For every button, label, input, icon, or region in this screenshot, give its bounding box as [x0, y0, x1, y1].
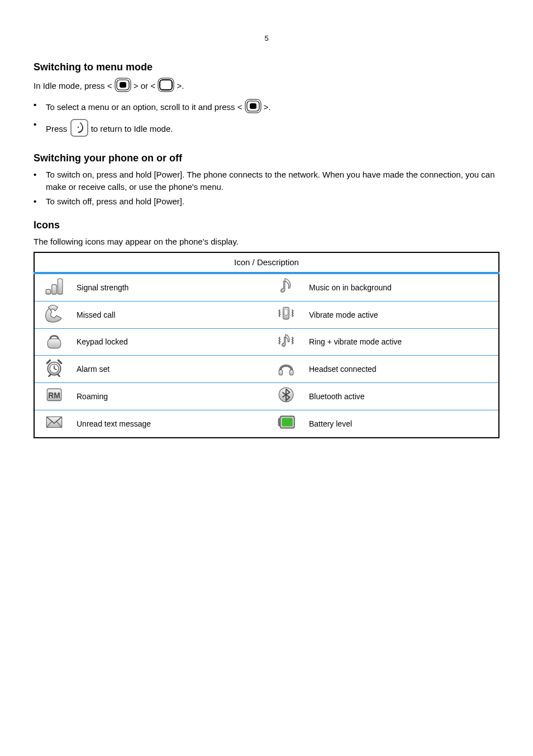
- filled-softkey-icon: [245, 99, 261, 117]
- filled-softkey-icon: [115, 78, 131, 95]
- menu-mode-bullet-2: • Press to return to Idle mode.: [34, 118, 499, 141]
- unread-text-icon: [34, 410, 73, 437]
- alarm-set-icon: [34, 356, 73, 383]
- table-row: Unread text messageBattery level: [34, 410, 499, 437]
- table-row: RoamingBluetooth active: [34, 383, 499, 410]
- icon-description: Vibrate mode active: [306, 301, 499, 328]
- battery-level-icon: [266, 410, 306, 437]
- svg-rect-4: [160, 80, 172, 90]
- heading-on-off: Switching your phone on or off: [34, 151, 499, 165]
- icon-description: Headset connected: [306, 356, 499, 383]
- menu-mode-bullet-1: • To select a menu or an option, scroll …: [34, 99, 499, 117]
- icons-table: Icon / Description Signal strengthMusic …: [34, 252, 499, 438]
- signal-strength-icon: [34, 273, 73, 301]
- svg-point-9: [77, 127, 78, 128]
- icon-description: Signal strength: [73, 273, 266, 301]
- table-row: Signal strengthMusic on in background: [34, 273, 499, 301]
- table-row: Keypad lockedRing + vibrate mode active: [34, 328, 499, 356]
- svg-rect-7: [250, 103, 256, 109]
- table-header: Icon / Description: [34, 252, 499, 273]
- music-on-icon: [266, 273, 306, 301]
- icon-description: Music on in background: [306, 273, 499, 301]
- svg-rect-8: [71, 119, 88, 136]
- svg-rect-2: [120, 82, 126, 88]
- icon-description: Roaming: [73, 383, 266, 410]
- icon-description: Missed call: [73, 301, 266, 328]
- icon-description: Ring + vibrate mode active: [306, 328, 499, 356]
- onoff-bullet-2: • To switch off, press and hold [Power].: [34, 195, 499, 208]
- icon-description: Keypad locked: [73, 328, 266, 356]
- icon-description: Battery level: [306, 410, 499, 437]
- heading-menu-mode: Switching to menu mode: [34, 60, 499, 74]
- empty-softkey-icon: [158, 78, 174, 95]
- keypad-lock-icon: [34, 328, 73, 356]
- icons-intro: The following icons may appear on the ph…: [34, 236, 499, 248]
- bluetooth-active-icon: [266, 383, 306, 410]
- icon-description: Unread text message: [73, 410, 266, 437]
- power-key-icon: [70, 118, 89, 141]
- ring-vibrate-icon: [266, 328, 306, 356]
- onoff-bullet-1: • To switch on, press and hold [Power]. …: [34, 169, 499, 193]
- heading-icons: Icons: [34, 218, 499, 232]
- table-row: Missed callVibrate mode active: [34, 301, 499, 328]
- page-number: 5: [34, 34, 499, 44]
- missed-call-icon: [34, 301, 73, 328]
- table-row: Alarm setHeadset connected: [34, 356, 499, 383]
- headset-connected-icon: [266, 356, 306, 383]
- vibrate-active-icon: [266, 301, 306, 328]
- menu-mode-line1: In Idle mode, press < > or < >.: [34, 78, 499, 95]
- roaming-icon: [34, 383, 73, 410]
- icon-description: Bluetooth active: [306, 383, 499, 410]
- icon-description: Alarm set: [73, 356, 266, 383]
